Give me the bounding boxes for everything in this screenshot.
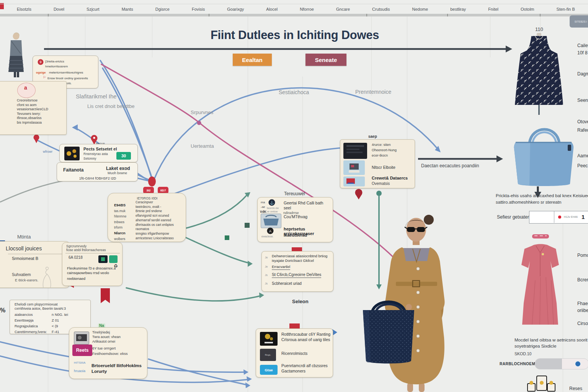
device-thumbnail	[343, 143, 367, 159]
right-cutoff-label: Cailet	[577, 43, 588, 48]
mid1-r3: Cou'MTthvag	[284, 214, 307, 219]
sefiesr-input[interactable]: H12v EH46 1	[529, 211, 588, 224]
svg-text:9: 9	[39, 60, 41, 64]
peets-card-bottom: Faitanota Laket exod Muoh bxwne 1f6-G6H4…	[57, 162, 138, 181]
product-thumbnail	[64, 147, 80, 160]
peets-bottom-right: Laket exod	[106, 166, 130, 171]
tooltip-keyword: ogsige	[36, 70, 46, 75]
right-cutoff-label: Bcrere	[577, 277, 588, 283]
mid1-s1: ma	[261, 201, 265, 204]
infographic-canvas: ElsotzlsDovelSzjcurtMantsDgisrceFovisisG…	[0, 0, 588, 392]
tooltip-line: Ensw tinodr oxdiny goesrevtis	[47, 76, 88, 80]
central-right-line: dhrrisaotis os cart enbptes	[136, 223, 185, 227]
row-mark: Je	[265, 265, 268, 268]
llocsoll-item1: Srmoismeat B	[12, 256, 38, 261]
central-left-line: E94BS	[114, 203, 126, 208]
bag-photo-thumbnail	[261, 214, 281, 228]
model-text-line1: Mocdel land oibtsa w aetnicsns soorit aa…	[514, 338, 588, 342]
gtae-badge: Gtae	[260, 365, 278, 375]
props-row: aialeanciosn N0G. tei	[15, 312, 85, 317]
mid-card-3: Rotlthrscaubar c6Y Ranting Crlsroua anas…	[256, 328, 333, 377]
reets-badge: Reets	[72, 345, 92, 356]
input-value: 1	[581, 214, 585, 220]
label-mtinta: Mtinta	[17, 234, 31, 240]
llocsoll-r-top1: Sgrcrumrvedy	[66, 244, 87, 248]
right-paragraph-line1: Prickta-ehis usahs afHcaxhed bal knex Ke…	[496, 193, 588, 198]
label-wfrowr: wfrowr	[43, 150, 52, 154]
right-cutoff-label: 10f 8	[577, 50, 588, 56]
input-divider	[554, 211, 554, 223]
location-pin-icon: a	[24, 85, 27, 91]
right-cutoff-label: Fhaes	[577, 301, 588, 306]
mid1-s2: -ae	[261, 205, 265, 209]
grey-thumbnail: Rege,	[260, 349, 276, 361]
model-photo-small	[6, 32, 26, 78]
mid1-b-icon-label: ewactese.	[261, 235, 274, 238]
peets-sub1: Rnsmstyrao asta	[83, 152, 108, 156]
mid1-s4: twurcto ew	[267, 207, 279, 209]
model-text-line2: soyetratrigea Sixdicle	[514, 344, 556, 348]
navy-dress-image	[512, 30, 566, 118]
progress-knob-icon[interactable]	[575, 361, 581, 367]
peets-bottom-sub: Muoh bxwne	[108, 171, 127, 175]
peets-card-top: Pects Setsetet el Rnsmstyrao asta Setore…	[59, 144, 138, 162]
mid2-row2[interactable]: Erracvartlel	[272, 265, 290, 270]
llocsoll-r-head: 6A 0218	[69, 255, 83, 260]
reels-t2: Twra aouet: vhean	[92, 335, 121, 339]
props-row-part: Carettimmeny,lvera:	[15, 329, 47, 335]
reels-card: Tinelrjriedej Twra aouet: vhean Arlikaut…	[69, 327, 147, 379]
photo-thumbnail-green	[109, 255, 118, 263]
svg-text:⚓: ⚓	[270, 201, 274, 205]
creo-line: Ifinsoe,obsariiss	[17, 116, 48, 121]
map-pin-icon	[34, 135, 39, 144]
right-cutoff-label: Pomo	[577, 253, 588, 258]
llocsoll-r-body1: Fleokunimse f3 e dnsoairrex.a	[67, 266, 116, 270]
saep-r1-line: 4rurce: siten	[372, 143, 391, 147]
creo-line: Tevuxwrs teery:	[17, 112, 48, 116]
saep-r3a: Crewet& Dataercs	[372, 176, 408, 180]
label-prenntemnoice: Prenntemnoice	[355, 89, 391, 95]
llocsoll-r-body2: cainsqaowrbwu rrsd veolo	[67, 271, 109, 275]
mid3-r3b: Gactamoners	[281, 369, 305, 373]
mid2-row4: Scbheraicet uriad	[272, 281, 302, 286]
row-mark: Je	[265, 256, 268, 259]
peets-bottom-left: Faitanota	[63, 167, 83, 173]
central-left-line: Nlarcn	[114, 230, 126, 236]
central-left-line: hlsnmne	[114, 214, 126, 219]
divider	[8, 254, 65, 254]
mid2-row3[interactable]: St C6rcb,Cgreoirre DeiVites	[272, 272, 321, 278]
props-row-part: Regrajpulatica	[15, 323, 38, 329]
status-dot-icon	[558, 216, 561, 219]
central-right-line: ahemarraf serdiri eanred	[136, 218, 185, 223]
reels-m2: Festhoemdsove: ekss	[92, 351, 127, 356]
right-paragraph-line2: sattiro.athomeshhkero sr stereatn	[496, 200, 561, 204]
label-lis: Lis cret dnoit besdtbe	[87, 103, 135, 109]
props-line1: Ehelodi cem plopycrmiovuat	[15, 302, 58, 306]
mid-card-1: ma -ae VdK ⚓ twurcto ew ve oretow Geerta…	[257, 197, 333, 242]
progress-slider[interactable]	[535, 358, 588, 369]
llocsoll-item3: E 6tick-earers.	[15, 278, 38, 282]
peets-code: 1f6-G6H4 fOBHSF2 I2D	[57, 176, 138, 180]
label-sestachoca: Sestiaichoca	[279, 89, 309, 95]
central-right-line: raomatos	[136, 227, 185, 232]
central-left-column: E94BStas.mukhlsnmnetnbwestrformNlarcnwol…	[114, 203, 126, 242]
art-thumbnail	[260, 332, 278, 346]
mid1-s5: ve oretow	[267, 210, 278, 213]
mid1-s3: VdK	[260, 210, 266, 214]
llocsoll-r-body3: reebtenaed	[67, 276, 85, 281]
reels-blue2: hruaoia	[74, 369, 85, 373]
central-right-line: arrricetsnec Lniocraitsraso	[136, 236, 185, 241]
creo-lines: Creoreitsrsoecfont so aomvesasiorsarziie…	[17, 98, 48, 125]
central-right-column: Ceracinpvertweirdecro, evalt -Brsnie prd…	[136, 200, 185, 240]
count-badge: 30	[116, 152, 131, 160]
model-photo-main	[356, 211, 471, 392]
central-right-line: snngiso irfigarthempow	[136, 232, 185, 236]
central-right-line: Brsnie prd sndene	[136, 209, 185, 214]
row-mark: Js	[265, 282, 268, 285]
rese-label: Reses	[569, 386, 582, 391]
label-slafitarik: Slafitarikmel Ihe	[76, 93, 117, 100]
creo-line: vesasiorsarziiesCLD	[17, 107, 48, 112]
props-row-part: aialeancios	[15, 312, 33, 317]
pink-dress-image	[512, 234, 568, 330]
right-cutoff-label: Seen	[577, 98, 588, 103]
